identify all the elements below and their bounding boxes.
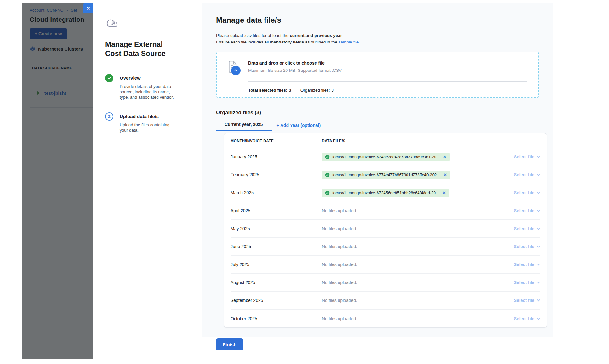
select-file-label: Select file xyxy=(514,262,534,267)
file-dropzone[interactable]: Drag and drop or click to choose file Ma… xyxy=(216,52,539,98)
select-file-button[interactable]: Select file xyxy=(514,280,540,285)
file-chip: focusv1_mongo-invoice-6774c477b667901d77… xyxy=(322,171,450,179)
file-check-icon xyxy=(325,191,330,195)
dropzone-divider xyxy=(248,81,527,82)
remove-file-icon[interactable]: ✕ xyxy=(443,173,447,177)
table-row: May 2025 No files uploaded. Select file xyxy=(231,220,540,238)
month-label: April 2025 xyxy=(231,208,250,213)
select-file-label: Select file xyxy=(514,316,534,321)
file-check-icon xyxy=(325,173,330,177)
month-label: January 2025 xyxy=(231,154,257,159)
table-row: February 2025 focusv1_mongo-invoice-6774… xyxy=(231,166,540,184)
table-row: January 2025 focusv1_mongo-invoice-674be… xyxy=(231,148,540,166)
chevron-down-icon xyxy=(537,281,540,284)
select-file-label: Select file xyxy=(514,226,534,231)
no-files-text: No files uploaded. xyxy=(322,280,357,285)
manage-files-column: Manage data file/s Please upload .csv fi… xyxy=(202,3,553,359)
select-file-button[interactable]: Select file xyxy=(514,262,540,267)
select-file-button[interactable]: Select file xyxy=(514,316,540,321)
close-icon: ✕ xyxy=(86,6,90,11)
select-file-button[interactable]: Select file xyxy=(514,208,540,213)
no-files-text: No files uploaded. xyxy=(322,208,357,213)
step-overview[interactable]: Overview Provide details of your data so… xyxy=(105,74,189,100)
tab-current-year[interactable]: Current year, 2025 xyxy=(216,122,272,131)
step-upload-description: Upload the files containing your data. xyxy=(120,122,176,133)
chevron-down-icon xyxy=(537,317,540,321)
table-header-row: MONTH/INVOICE DATE DATA FILE/S xyxy=(231,133,540,148)
no-files-text: No files uploaded. xyxy=(322,298,357,303)
wizard-title: Manage External Cost Data Source xyxy=(105,40,181,58)
select-file-button[interactable]: Select file xyxy=(514,190,540,195)
step-complete-check-icon xyxy=(105,74,113,82)
instruction-line2: Ensure each file includes all xyxy=(216,40,270,44)
file-name: focusv1_mongo-invoice-6774c477b667901d77… xyxy=(332,173,440,177)
chevron-down-icon xyxy=(537,209,540,213)
month-label: March 2025 xyxy=(231,190,254,195)
upload-instructions: Please upload .csv files for at least th… xyxy=(216,32,547,45)
dropzone-stats: Total selected files: 3 Organized files:… xyxy=(248,87,530,93)
step-overview-label: Overview xyxy=(120,74,176,81)
stats-separator xyxy=(296,87,296,93)
organized-files-value: 3 xyxy=(332,88,334,93)
table-row: September 2025 No files uploaded. Select… xyxy=(231,292,540,310)
organized-files-heading: Organized files (3) xyxy=(216,110,547,116)
app-window: Account: CCM-NG › Set Cloud Integration … xyxy=(22,3,553,359)
year-tabs: Current year, 2025 + Add Year (optional) xyxy=(216,122,547,131)
month-label: September 2025 xyxy=(231,298,263,303)
dropzone-main-text: Drag and drop or click to choose file xyxy=(248,60,342,65)
month-label: October 2025 xyxy=(231,316,257,321)
table-row: June 2025 No files uploaded. Select file xyxy=(231,238,540,256)
modal-overlay xyxy=(22,3,93,359)
select-file-button[interactable]: Select file xyxy=(514,154,540,159)
table-row: July 2025 No files uploaded. Select file xyxy=(231,256,540,274)
file-chip: focusv1_mongo-invoice-672456ee851bbb28c6… xyxy=(322,189,449,197)
select-file-label: Select file xyxy=(514,172,534,177)
close-button[interactable]: ✕ xyxy=(83,3,93,13)
month-label: May 2025 xyxy=(231,226,250,231)
instruction-line1-bold: current and previous year xyxy=(290,33,342,38)
upload-file-icon xyxy=(227,60,241,76)
select-file-button[interactable]: Select file xyxy=(514,226,540,231)
select-file-label: Select file xyxy=(514,208,534,213)
chevron-down-icon xyxy=(537,227,540,230)
chevron-down-icon xyxy=(537,263,540,266)
month-label: August 2025 xyxy=(231,280,255,285)
no-files-text: No files uploaded. xyxy=(322,244,357,249)
month-label: June 2025 xyxy=(231,244,251,249)
step-number-badge: 2 xyxy=(105,112,113,121)
no-files-text: No files uploaded. xyxy=(322,316,357,321)
table-row: April 2025 No files uploaded. Select fil… xyxy=(231,202,540,220)
select-file-label: Select file xyxy=(514,190,534,195)
month-column-header: MONTH/INVOICE DATE xyxy=(231,139,322,143)
chevron-down-icon xyxy=(537,299,540,302)
upload-arrow-icon xyxy=(231,66,241,75)
select-file-button[interactable]: Select file xyxy=(514,172,540,177)
total-selected-label: Total selected files: xyxy=(248,88,287,93)
chevron-down-icon xyxy=(537,191,540,195)
finish-button[interactable]: Finish xyxy=(216,338,243,350)
step-overview-description: Provide details of your data source, inc… xyxy=(120,84,176,100)
chevron-down-icon xyxy=(537,173,540,177)
file-name: focusv1_mongo-invoice-674be3ce47c73d37dd… xyxy=(332,155,440,159)
file-chip: focusv1_mongo-invoice-674be3ce47c73d37dd… xyxy=(322,153,450,161)
month-label: July 2025 xyxy=(231,262,249,267)
file-name: focusv1_mongo-invoice-672456ee851bbb28c6… xyxy=(332,191,439,195)
step-upload-data[interactable]: 2 Upload data file/s Upload the files co… xyxy=(105,112,189,133)
modal-footer: Finish xyxy=(202,337,553,359)
background-page: Account: CCM-NG › Set Cloud Integration … xyxy=(22,3,93,359)
add-year-button[interactable]: + Add Year (optional) xyxy=(272,123,324,131)
table-row: March 2025 focusv1_mongo-invoice-672456e… xyxy=(231,184,540,202)
select-file-button[interactable]: Select file xyxy=(514,244,540,249)
table-row: August 2025 No files uploaded. Select fi… xyxy=(231,274,540,292)
remove-file-icon[interactable]: ✕ xyxy=(442,191,446,195)
select-file-label: Select file xyxy=(514,298,534,303)
step-upload-label: Upload data file/s xyxy=(120,112,176,119)
select-file-button[interactable]: Select file xyxy=(514,298,540,303)
sample-file-link[interactable]: sample file xyxy=(339,40,359,44)
wizard-sidebar: Manage External Cost Data Source Overvie… xyxy=(93,3,202,359)
cloud-export-icon xyxy=(105,17,119,29)
instruction-line2-suffix: as outlined in the xyxy=(304,40,339,44)
remove-file-icon[interactable]: ✕ xyxy=(443,155,447,159)
file-check-icon xyxy=(325,155,330,159)
total-selected-value: 3 xyxy=(289,88,291,93)
